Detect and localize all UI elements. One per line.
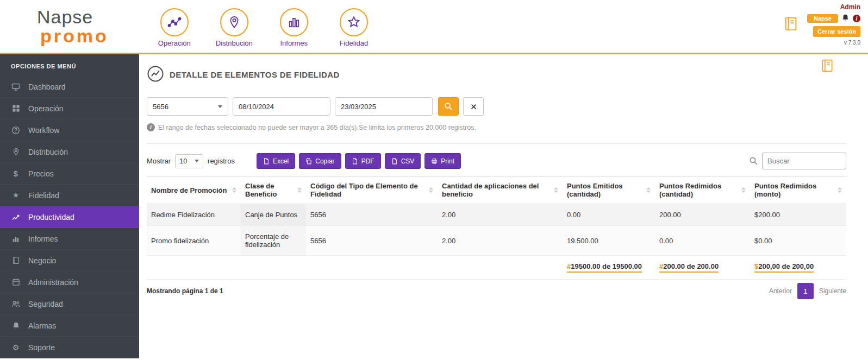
sort-icon: [838, 187, 842, 193]
sidebar-item-fidelidad[interactable]: Fidelidad: [0, 185, 139, 206]
cell-puntos-redimidos-monto: $0.00: [750, 226, 846, 256]
nav-item-fidelidad[interactable]: Fidelidad: [334, 8, 373, 47]
table-row[interactable]: Promo fidelización Porcentaje de fideliz…: [147, 226, 846, 256]
sidebar-item-negocio[interactable]: Negocio: [0, 250, 139, 271]
sidebar-item-label: Soporte: [28, 343, 55, 352]
nav-item-distribucion[interactable]: Distribución: [215, 8, 254, 47]
sidebar-item-distribucion[interactable]: Distribución: [0, 141, 139, 163]
column-header[interactable]: Puntos Redimidos (monto): [750, 176, 846, 204]
pagination-page-1[interactable]: 1: [797, 283, 814, 299]
column-header[interactable]: Nombre de Promoción: [147, 176, 241, 204]
table-row[interactable]: Redime Fidelización Canje de Puntos 5656…: [147, 204, 846, 226]
chart-line-icon: [11, 213, 21, 222]
export-button-label: Excel: [273, 157, 289, 165]
file-icon: [391, 158, 398, 165]
sort-icon: [232, 187, 236, 193]
app-header: Napse promo Operación Distribución: [0, 0, 868, 54]
manual-book-icon[interactable]: [820, 59, 834, 74]
cell-cantidad: 2.00: [438, 204, 563, 226]
user-name: Admin: [840, 3, 860, 11]
sort-icon: [646, 187, 651, 193]
sidebar-item-productividad[interactable]: Productividad: [0, 206, 139, 228]
logo-line-1: Napse: [37, 8, 109, 27]
total-puntos-redimidos-monto: $200,00 de 200,00: [750, 256, 846, 280]
cell-puntos-redimidos-monto: $200.00: [750, 204, 846, 226]
export-buttons: Excel Copiar PDF: [257, 153, 461, 169]
page-title: DETALLE DE ELEMENTOS DE FIDELIDAD: [170, 70, 340, 79]
sidebar-item-precios[interactable]: Precios: [0, 163, 139, 185]
column-header[interactable]: Cantidad de aplicaciones del beneficio: [438, 176, 563, 204]
operacion-scatter-icon: [160, 8, 189, 36]
pagination: Anterior 1 Siguiente: [769, 283, 846, 299]
nav-item-operacion[interactable]: Operación: [155, 8, 194, 47]
pagination-next[interactable]: Siguiente: [819, 287, 846, 295]
export-button-label: PDF: [361, 157, 374, 165]
sidebar-item-label: Dashboard: [28, 83, 66, 91]
total-puntos-redimidos-cantidad: #200.00 de 200.00: [655, 256, 750, 280]
sidebar-item-label: Precios: [28, 169, 54, 178]
nav-label: Operación: [158, 39, 191, 47]
manual-book-icon[interactable]: [783, 16, 798, 33]
cell-puntos-emitidos: 19.500.00: [563, 226, 655, 256]
logout-button[interactable]: Cerrar sesión: [813, 26, 860, 37]
sort-icon: [741, 187, 746, 193]
cell-puntos-emitidos: 0.00: [563, 204, 655, 226]
user-block: Admin Napse Cerrar sesión v 7.3.0: [807, 3, 860, 46]
nav-label: Fidelidad: [339, 39, 368, 47]
sidebar: OPCIONES DE MENÚ Dashboard Operación: [0, 54, 139, 358]
column-header[interactable]: Clase de Beneficio: [241, 176, 306, 204]
export-csv-button[interactable]: CSV: [385, 153, 421, 169]
column-header[interactable]: Puntos Redimidos (cantidad): [655, 176, 750, 204]
export-excel-button[interactable]: Excel: [257, 153, 295, 169]
bar-chart-icon: [11, 235, 21, 243]
sidebar-item-dashboard[interactable]: Dashboard: [0, 76, 139, 98]
sidebar-item-informes[interactable]: Informes: [0, 228, 139, 250]
cell-nombre: Promo fidelización: [147, 226, 241, 256]
column-header[interactable]: Código del Tipo de Elemento de Fidelidad: [306, 176, 438, 204]
star-icon: [11, 191, 21, 199]
pagination-prev[interactable]: Anterior: [769, 287, 792, 295]
table-search-input[interactable]: [762, 153, 846, 169]
date-from-input[interactable]: [233, 97, 330, 116]
sidebar-item-operacion[interactable]: Operación: [0, 98, 139, 119]
export-button-label: CSV: [401, 157, 415, 165]
totals-row: #19500.00 de 19500.00 #200.00 de 200.00 …: [147, 256, 846, 280]
sidebar-item-alarmas[interactable]: Alarmas: [0, 315, 139, 337]
bell-icon[interactable]: [841, 14, 850, 23]
print-button[interactable]: Print: [424, 153, 461, 169]
cell-clase: Porcentaje de fidelización: [241, 226, 306, 256]
results-table: Nombre de Promoción Clase de Beneficio C…: [147, 176, 846, 280]
sidebar-item-label: Administración: [28, 278, 78, 287]
date-range-note: El rango de fechas seleccionado no puede…: [147, 123, 846, 131]
close-icon: [470, 103, 477, 110]
clear-filters-button[interactable]: [463, 97, 484, 116]
sidebar-item-seguridad[interactable]: Seguridad: [0, 293, 139, 315]
sidebar-item-soporte[interactable]: Soporte: [0, 337, 139, 358]
search-button[interactable]: [438, 97, 459, 116]
star-icon: [340, 8, 368, 36]
column-header[interactable]: Puntos Emitidos (cantidad): [563, 176, 655, 204]
copy-button[interactable]: Copiar: [299, 153, 341, 169]
table-header-row: Nombre de Promoción Clase de Beneficio C…: [147, 176, 846, 204]
info-note-text: El rango de fechas seleccionado no puede…: [158, 124, 476, 131]
desktop-icon: [11, 83, 21, 91]
export-pdf-button[interactable]: PDF: [345, 153, 381, 169]
bell-icon: [11, 321, 21, 330]
map-pin-icon: [11, 148, 21, 156]
cell-codigo: 5656: [306, 226, 438, 256]
filter-bar: 5656: [147, 97, 846, 116]
date-to-input[interactable]: [335, 97, 433, 116]
print-icon: [431, 158, 438, 165]
sidebar-item-administracion[interactable]: Administración: [0, 271, 139, 293]
logo-line-2: promo: [40, 27, 109, 46]
cell-clase: Canje de Puntos: [241, 204, 306, 226]
nav-item-informes[interactable]: Informes: [274, 8, 314, 47]
divider: [147, 143, 846, 144]
show-label: Mostrar: [147, 157, 171, 165]
bar-chart-icon: [280, 8, 308, 36]
page-size-select[interactable]: 10: [175, 154, 203, 168]
sidebar-item-workflow[interactable]: Workflow: [0, 119, 139, 141]
promotion-select[interactable]: 5656: [147, 97, 228, 116]
alert-info-icon[interactable]: [853, 15, 860, 22]
promotion-select-value: 5656: [153, 103, 168, 111]
